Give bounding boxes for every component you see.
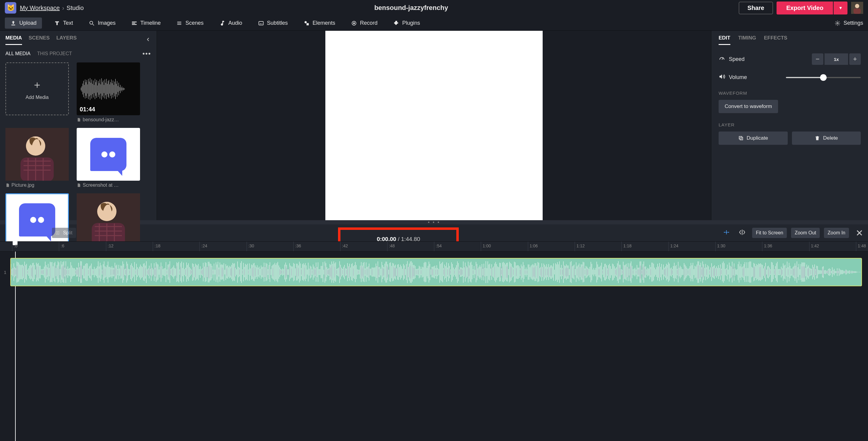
media-thumb-audio[interactable]: 01:44 xyxy=(77,62,140,115)
elements-tool-button[interactable]: Elements xyxy=(300,18,339,29)
split-button[interactable]: Split xyxy=(52,228,76,238)
speed-value[interactable]: 1x xyxy=(825,53,848,65)
waveform-section-label: WAVEFORM xyxy=(719,91,861,96)
clip-waveform-icon xyxy=(11,258,861,286)
ruler-tick-label: :36 xyxy=(295,244,301,248)
slider-knob[interactable] xyxy=(820,74,827,81)
ruler-tick xyxy=(12,242,12,251)
collapse-left-panel-icon[interactable]: ‹ xyxy=(147,34,151,45)
svg-point-132 xyxy=(30,217,36,223)
tab-media[interactable]: MEDIA xyxy=(5,35,22,45)
ruler-tick xyxy=(153,242,153,251)
breadcrumb-separator: › xyxy=(62,4,64,11)
svg-rect-146 xyxy=(58,231,59,235)
svg-rect-5 xyxy=(259,22,263,25)
ruler-tick xyxy=(715,242,716,251)
svg-line-4 xyxy=(93,24,94,25)
scissors-icon xyxy=(56,231,60,235)
delete-button[interactable]: Delete xyxy=(792,131,861,145)
timeline-tracks[interactable]: 1 xyxy=(0,252,868,441)
ruler-tick-label: :0 xyxy=(14,244,18,248)
project-title[interactable]: bensound-jazzyfrenchy xyxy=(87,4,735,12)
ruler-tick xyxy=(59,242,59,251)
subtab-this-project[interactable]: THIS PROJECT xyxy=(37,51,72,56)
media-thumb-image[interactable] xyxy=(77,128,140,181)
audio-tool-button[interactable]: Audio xyxy=(216,18,246,29)
subtitles-tool-button[interactable]: Subtitles xyxy=(254,18,291,29)
fit-to-screen-button[interactable]: Fit to Screen xyxy=(752,228,787,238)
media-thumb-image[interactable] xyxy=(5,128,69,181)
export-dropdown-button[interactable]: ▼ xyxy=(834,1,847,14)
add-media-button[interactable]: ＋ Add Media xyxy=(5,62,69,115)
svg-rect-2 xyxy=(854,8,861,14)
media-item-label: bensound-jazz… xyxy=(77,117,140,123)
ruler-tick-label: 1:18 xyxy=(623,244,631,248)
speed-increment-button[interactable]: + xyxy=(849,53,861,65)
user-avatar[interactable] xyxy=(851,2,863,14)
text-tool-button[interactable]: Text xyxy=(51,18,77,29)
svg-rect-145 xyxy=(56,231,58,235)
scenes-tool-button[interactable]: Scenes xyxy=(173,18,207,29)
record-tool-button[interactable]: Record xyxy=(347,18,381,29)
timeline-tool-button[interactable]: Timeline xyxy=(128,18,164,29)
tab-edit[interactable]: EDIT xyxy=(719,35,731,45)
preview-canvas[interactable] xyxy=(326,31,542,248)
tab-layers[interactable]: LAYERS xyxy=(56,35,77,45)
shapes-icon xyxy=(304,20,310,26)
timeline-icon xyxy=(131,20,137,26)
tab-timing[interactable]: TIMING xyxy=(738,35,756,45)
ruler-tick xyxy=(856,242,856,251)
export-video-button[interactable]: Export Video xyxy=(777,1,833,14)
images-tool-button[interactable]: Images xyxy=(85,18,119,29)
plugins-tool-button[interactable]: Plugins xyxy=(390,18,424,29)
svg-point-147 xyxy=(726,232,727,233)
ruler-tick xyxy=(434,242,434,251)
timeline-ruler[interactable]: :0:6:12:18:24:30:36:42:48:541:001:061:12… xyxy=(0,241,868,252)
svg-point-11 xyxy=(353,22,354,24)
tab-effects[interactable]: EFFECTS xyxy=(764,35,787,45)
more-options-icon[interactable]: ••• xyxy=(143,50,151,58)
media-item-label: Screenshot at … xyxy=(77,183,140,188)
subtab-all-media[interactable]: ALL MEDIA xyxy=(5,51,30,56)
scenes-icon xyxy=(176,20,182,26)
ruler-tick-label: 1:00 xyxy=(483,244,491,248)
ruler-tick-label: 1:42 xyxy=(811,244,819,248)
subtitles-icon xyxy=(258,20,264,26)
breadcrumb-page: Studio xyxy=(67,4,84,11)
ruler-tick-label: :54 xyxy=(436,244,441,248)
layer-section-label: LAYER xyxy=(719,122,861,127)
media-thumb-image[interactable] xyxy=(77,193,140,246)
ruler-tick-label: 1:30 xyxy=(717,244,725,248)
waveform-icon xyxy=(80,75,137,102)
duplicate-button[interactable]: Duplicate xyxy=(719,131,788,145)
media-item-label: Picture.jpg xyxy=(5,183,69,188)
snap-toggle-button[interactable] xyxy=(721,228,732,238)
breadcrumb-workspace[interactable]: My Workspace xyxy=(20,4,60,11)
media-thumb-image[interactable] xyxy=(5,193,69,246)
ruler-tick xyxy=(247,242,247,251)
ruler-tick-label: :18 xyxy=(155,244,160,248)
svg-point-130 xyxy=(101,151,107,157)
tab-scenes[interactable]: SCENES xyxy=(29,35,50,45)
search-icon xyxy=(89,20,95,26)
zoom-out-button[interactable]: Zoom Out xyxy=(791,228,820,238)
ruler-tick xyxy=(809,242,809,251)
app-logo[interactable]: 🐱 xyxy=(5,2,16,13)
trim-handles-button[interactable] xyxy=(736,228,748,238)
gear-icon xyxy=(835,20,840,26)
zoom-in-button[interactable]: Zoom In xyxy=(824,228,849,238)
audio-clip[interactable] xyxy=(10,258,862,286)
discord-icon xyxy=(19,203,55,237)
track-number: 1 xyxy=(0,270,10,275)
settings-button[interactable]: Settings xyxy=(835,20,863,26)
close-timeline-button[interactable]: ✕ xyxy=(856,228,863,238)
plug-icon xyxy=(393,20,399,26)
convert-waveform-button[interactable]: Convert to waveform xyxy=(719,100,778,113)
volume-slider[interactable] xyxy=(786,77,861,78)
plus-icon: ＋ xyxy=(32,78,42,92)
ruler-tick-label: :6 xyxy=(61,244,64,248)
upload-button[interactable]: Upload xyxy=(5,18,42,29)
speed-decrement-button[interactable]: − xyxy=(812,53,823,65)
share-button[interactable]: Share xyxy=(739,2,773,14)
speed-label: Speed xyxy=(729,56,745,62)
